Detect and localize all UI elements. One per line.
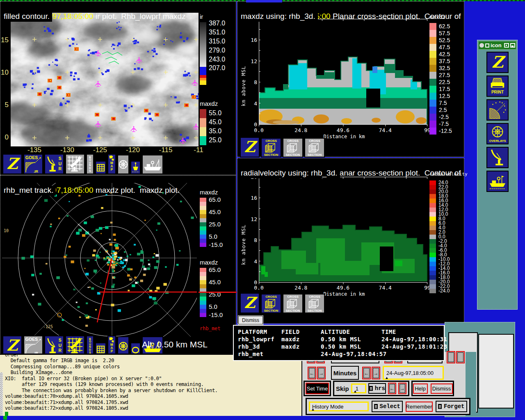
tick-label: 24.8 xyxy=(294,127,307,133)
dismiss-label: Dismiss xyxy=(242,317,259,323)
icon-window-titlebar[interactable]: icon xyxy=(478,41,516,50)
buoy-icon[interactable] xyxy=(130,161,141,174)
colorbar-cell xyxy=(429,212,436,217)
colorbar-cell xyxy=(200,109,206,118)
set-time-button[interactable]: Set Time xyxy=(306,383,329,394)
gridradar-icon[interactable] xyxy=(65,336,85,356)
select-menu-button[interactable]: Select xyxy=(372,401,403,412)
platform-data-table: PLATFORMFIELDALTITUDETIMErhb_lowprfmaxdz… xyxy=(233,325,445,361)
bounds-icon[interactable]: BOUNDS xyxy=(86,336,94,356)
map-icon[interactable]: MAP xyxy=(107,154,116,174)
overlays-icon[interactable]: OVERLAYS xyxy=(486,123,509,144)
z-icon[interactable]: Z xyxy=(240,137,260,158)
goes-icon[interactable]: GOES.IR xyxy=(23,336,43,356)
cross-icon[interactable]: CROSSSECTION xyxy=(261,138,281,158)
cross-section-plot-maxdz[interactable] xyxy=(259,19,428,126)
colorbar-value: 7.5 xyxy=(439,100,447,106)
colorbar-value: 207.0 xyxy=(209,64,225,72)
forget-menu-button[interactable]: Forget xyxy=(436,401,468,412)
colorbar-cell xyxy=(200,226,206,231)
z-icon[interactable]: Z xyxy=(2,336,22,356)
sur-icon[interactable]: SUR xyxy=(44,154,64,174)
tick-label: -125 xyxy=(93,146,107,154)
history-mode-field[interactable]: History Mode xyxy=(309,402,369,411)
sur-icon[interactable]: SUR xyxy=(44,336,64,356)
tick-label: -135 xyxy=(27,146,41,154)
tick-label: 0.0 xyxy=(254,127,263,133)
cross-icon[interactable]: CROSSSECTION xyxy=(304,294,325,313)
terminal-window[interactable]: order Default gamma for IRGB image is 2.… xyxy=(0,354,302,416)
clipped-arrow-button[interactable] xyxy=(456,351,465,363)
colorbar-title: ir xyxy=(200,13,203,20)
help-button[interactable]: Help xyxy=(413,383,428,394)
terminal-scrollbar[interactable] xyxy=(0,372,3,416)
radar-icon[interactable] xyxy=(486,147,509,168)
icon-window: icon ZPRINTOVERLAYS xyxy=(477,40,518,310)
colorbar-cell xyxy=(200,58,206,67)
goes-icon[interactable]: GOES.IR xyxy=(23,154,43,174)
map-icon[interactable]: MAP xyxy=(107,336,116,356)
skip-back-button[interactable]: ← xyxy=(388,383,396,394)
cross-section-plot-radialvelocity[interactable] xyxy=(259,177,428,284)
colorbar-cell xyxy=(200,80,206,85)
skip-input-field[interactable]: 1 xyxy=(351,383,366,393)
remember-button[interactable]: Remember xyxy=(406,402,433,412)
colorbar-cell xyxy=(200,222,206,226)
tick-label: -130 xyxy=(60,146,74,154)
latitude-axis: 151050 xyxy=(0,36,9,143)
svg-text:Z: Z xyxy=(7,336,20,354)
colorbar-title: maxdz xyxy=(200,189,218,196)
wheel-icon[interactable] xyxy=(117,155,129,174)
time-forward-button[interactable]: → xyxy=(372,367,380,379)
minutes-forward-button[interactable]: → xyxy=(317,367,326,379)
colorbar-cell xyxy=(429,72,436,79)
ir-colorbar: ir387.0351.0315.0279.0243.0207.0 xyxy=(200,13,236,95)
menu-icon xyxy=(374,404,378,409)
dismiss-button[interactable]: Dismiss xyxy=(238,316,263,324)
iconify-button[interactable] xyxy=(504,43,509,48)
minutes-back-button[interactable]: ← xyxy=(308,367,316,379)
tick-label: 0.0 xyxy=(254,285,263,291)
colorbar-cell xyxy=(429,128,436,135)
tick-label: 16 xyxy=(251,37,257,43)
minutes-button[interactable]: Minutes xyxy=(331,366,359,380)
bounds-icon[interactable]: BOUNDS xyxy=(86,154,94,174)
zebra-icon[interactable]: Z xyxy=(486,52,509,73)
colorbar-cell xyxy=(429,93,436,100)
left-arrow-icon: ← xyxy=(364,370,369,376)
colorbar-value: -15.0 xyxy=(209,311,223,318)
radar-ppi-display[interactable]: -12510 xyxy=(2,183,197,337)
ship-icon[interactable] xyxy=(486,171,509,192)
terminal-line: Building XImage...done xyxy=(5,370,301,376)
colorbar-value: 279.0 xyxy=(209,47,225,54)
dismiss-button[interactable]: Dismiss xyxy=(431,383,453,394)
print-icon[interactable]: PRINT xyxy=(486,75,509,97)
z-icon[interactable]: Z xyxy=(2,154,22,174)
svg-text:GOES: GOES xyxy=(25,337,38,342)
satellite-icon[interactable] xyxy=(486,99,509,121)
time-back-button[interactable]: ← xyxy=(362,367,371,379)
ship-icon[interactable] xyxy=(142,155,163,174)
window-menu-icon[interactable] xyxy=(479,43,484,48)
z-icon[interactable]: Z xyxy=(240,293,260,313)
cross-icon[interactable]: CROSSSECTION xyxy=(283,138,303,158)
units-menu-button[interactable]: hrs xyxy=(368,383,386,394)
cross-icon[interactable]: CROSSSECTION xyxy=(304,138,325,158)
plot-subtitle: rhb_met track. xyxy=(4,186,56,196)
cross-icon[interactable]: CROSSSECTION xyxy=(283,294,303,313)
time-control-dialog: ← → Minutes ← → 24-Aug-97,18:05:00 Set T… xyxy=(302,352,476,416)
time-input-field[interactable]: 24-Aug-97,18:05:00 xyxy=(383,366,444,380)
minigrid-icon[interactable] xyxy=(95,161,106,174)
text-caret xyxy=(312,409,314,411)
wheel-icon[interactable] xyxy=(117,336,129,356)
gridradar-icon[interactable] xyxy=(65,154,85,174)
clipped-arrow-button[interactable] xyxy=(447,351,455,363)
tick-label: 49.6 xyxy=(337,127,349,133)
skip-forward-button[interactable]: → xyxy=(398,383,406,394)
tick-label: 4 xyxy=(254,100,257,107)
svg-text:P: P xyxy=(111,349,113,353)
colorbar-cell xyxy=(200,22,206,31)
restore-button[interactable] xyxy=(510,43,515,48)
cross-icon[interactable]: CROSSSECTION xyxy=(261,294,281,313)
satellite-image[interactable] xyxy=(11,13,199,146)
